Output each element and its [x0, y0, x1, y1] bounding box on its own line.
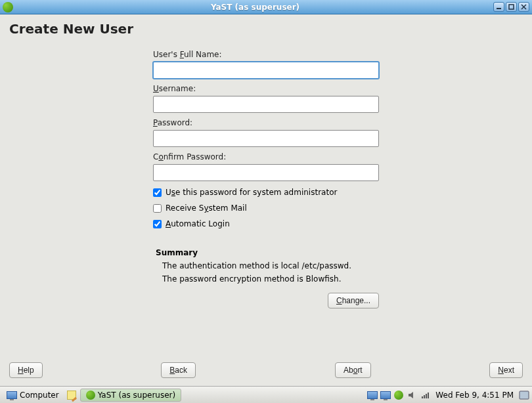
- check-autologin[interactable]: Automatic Login: [153, 219, 379, 228]
- taskbar-clock[interactable]: Wed Feb 9, 4:51 PM: [433, 391, 516, 400]
- check-systempass[interactable]: Use this password for system administrat…: [153, 188, 379, 197]
- tray-show-desktop-icon[interactable]: [519, 390, 529, 400]
- systempass-checkbox[interactable]: [153, 188, 162, 197]
- fullname-input[interactable]: [153, 62, 379, 79]
- check-sysmail[interactable]: Receive System Mail: [153, 203, 379, 213]
- svg-rect-5: [422, 396, 423, 398]
- minimize-button[interactable]: [493, 2, 504, 12]
- confirm-input[interactable]: [153, 164, 379, 181]
- summary-line-encryption: The password encryption method is Blowfi…: [162, 274, 379, 284]
- field-fullname: User's Full Name:: [153, 50, 379, 79]
- summary-heading: Summary: [156, 248, 379, 257]
- maximize-button[interactable]: [506, 2, 517, 12]
- wizard-buttons: Help Back Abort Next: [9, 362, 523, 378]
- change-button[interactable]: Change...: [328, 293, 379, 308]
- app-icon: [3, 2, 13, 12]
- fullname-label: User's Full Name:: [153, 50, 379, 59]
- tray-network-icon[interactable]: [420, 390, 430, 400]
- autologin-checkbox[interactable]: [153, 220, 162, 228]
- svg-rect-7: [426, 394, 427, 398]
- note-icon: [67, 391, 76, 400]
- username-label: Username:: [153, 84, 379, 93]
- sysmail-checkbox[interactable]: [153, 204, 162, 213]
- yast-icon: [86, 391, 95, 400]
- taskbar: Computer YaST (as superuser) Wed Feb 9, …: [0, 386, 532, 403]
- svg-marker-4: [409, 392, 413, 398]
- tray-monitor-icon-2[interactable]: [380, 390, 391, 400]
- help-button[interactable]: Help: [9, 362, 43, 378]
- summary-line-auth: The authentication method is local /etc/…: [162, 261, 379, 270]
- dialog-content: Create New User User's Full Name: Userna…: [0, 14, 532, 386]
- window-title: YaST (as superuser): [17, 3, 493, 12]
- taskbar-computer[interactable]: Computer: [3, 389, 63, 401]
- window-titlebar: YaST (as superuser): [0, 0, 532, 14]
- summary-section: Summary The authentication method is loc…: [153, 248, 379, 284]
- back-button[interactable]: Back: [161, 362, 196, 378]
- svg-rect-8: [428, 392, 429, 398]
- tray-monitor-icon-1[interactable]: [367, 390, 378, 400]
- taskbar-task-yast[interactable]: YaST (as superuser): [80, 389, 182, 402]
- svg-rect-9: [520, 391, 529, 399]
- password-label: Password:: [153, 118, 379, 127]
- field-password: Password:: [153, 118, 379, 147]
- page-title: Create New User: [9, 21, 523, 37]
- taskbar-notes[interactable]: [66, 389, 78, 401]
- tray-volume-icon[interactable]: [407, 390, 417, 400]
- confirm-label: Confirm Password:: [153, 152, 379, 161]
- field-username: Username:: [153, 84, 379, 113]
- username-input[interactable]: [153, 96, 379, 113]
- computer-icon: [7, 391, 17, 399]
- password-input[interactable]: [153, 130, 379, 147]
- tray-update-icon[interactable]: [393, 390, 404, 400]
- svg-rect-6: [424, 395, 425, 398]
- field-confirm: Confirm Password:: [153, 152, 379, 181]
- abort-button[interactable]: Abort: [335, 362, 371, 378]
- system-tray: [367, 390, 430, 400]
- close-button[interactable]: [518, 2, 529, 12]
- next-button[interactable]: Next: [489, 362, 523, 378]
- svg-rect-1: [509, 5, 514, 9]
